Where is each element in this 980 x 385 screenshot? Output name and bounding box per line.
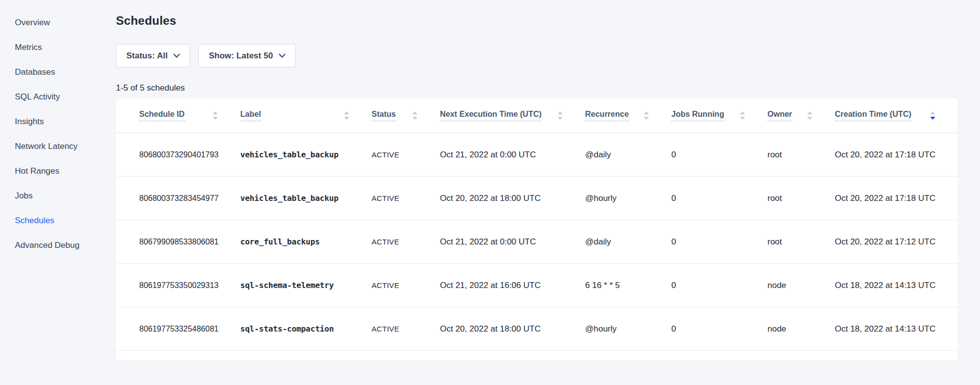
- label-cell: sql-stats-compaction: [240, 324, 372, 334]
- schedule-id-cell: 806197753325486081: [116, 325, 240, 334]
- show-filter-dropdown[interactable]: Show: Latest 50: [198, 44, 295, 67]
- owner-cell: root: [767, 237, 835, 247]
- table-row: 806800373283454977vehicles_table_backupA…: [116, 177, 958, 220]
- table-header-row: Schedule IDLabelStatusNext Execution Tim…: [116, 98, 958, 133]
- schedule-id-cell: 806800373290401793: [116, 150, 240, 159]
- next-execution-cell: Oct 20, 2022 at 18:00 UTC: [440, 193, 585, 203]
- sort-icon: [740, 111, 745, 120]
- table-body: 806800373290401793vehicles_table_backupA…: [116, 133, 958, 351]
- jobs-running-cell: 0: [671, 324, 767, 334]
- sidebar-item-metrics[interactable]: Metrics: [0, 35, 116, 60]
- column-header-label: Schedule ID: [139, 110, 185, 121]
- jobs-running-cell: 0: [671, 237, 767, 247]
- recurrence-cell: @daily: [585, 150, 671, 160]
- sort-icon: [344, 111, 349, 120]
- creation-time-cell: Oct 20, 2022 at 17:18 UTC: [835, 150, 958, 160]
- column-header-label: Jobs Running: [671, 110, 724, 121]
- status-cell: ACTIVE: [372, 238, 440, 246]
- status-filter-label: Status: All: [126, 51, 167, 61]
- results-count: 1-5 of 5 schedules: [116, 83, 958, 93]
- chevron-down-icon: [279, 53, 285, 58]
- sort-icon: [807, 111, 813, 120]
- schedule-id-cell: 806800373283454977: [116, 194, 240, 203]
- table-row: 806197753350029313sql-schema-telemetryAC…: [116, 264, 958, 307]
- column-header-owner[interactable]: Owner: [767, 110, 835, 121]
- sort-icon: [412, 111, 418, 120]
- column-header-label: Owner: [767, 110, 792, 121]
- column-header-label: Label: [240, 110, 261, 121]
- creation-time-cell: Oct 20, 2022 at 17:18 UTC: [835, 193, 958, 203]
- label-cell: sql-schema-telemetry: [240, 281, 372, 290]
- filter-bar: Status: All Show: Latest 50: [116, 44, 958, 67]
- creation-time-cell: Oct 18, 2022 at 14:13 UTC: [835, 324, 958, 334]
- column-header-label: Creation Time (UTC): [835, 110, 911, 121]
- creation-time-cell: Oct 20, 2022 at 17:12 UTC: [835, 237, 958, 247]
- sidebar-item-sql-activity[interactable]: SQL Activity: [0, 85, 116, 109]
- status-filter-dropdown[interactable]: Status: All: [116, 44, 190, 67]
- column-header-label: Next Execution Time (UTC): [440, 110, 542, 121]
- label-cell: core_full_backups: [240, 237, 372, 246]
- column-header-label[interactable]: Label: [240, 110, 372, 121]
- jobs-running-cell: 0: [671, 281, 767, 290]
- column-header-creation-time-utc[interactable]: Creation Time (UTC): [835, 110, 958, 121]
- owner-cell: node: [767, 324, 835, 334]
- sidebar-item-insights[interactable]: Insights: [0, 109, 116, 134]
- recurrence-cell: @daily: [585, 237, 671, 247]
- sort-icon: [213, 111, 218, 120]
- sidebar-item-databases[interactable]: Databases: [0, 60, 116, 85]
- sidebar-item-network-latency[interactable]: Network Latency: [0, 134, 116, 159]
- column-header-label: Status: [372, 110, 396, 121]
- schedule-id-cell: 806197753350029313: [116, 281, 240, 290]
- page-title: Schedules: [116, 14, 958, 28]
- owner-cell: root: [767, 193, 835, 203]
- schedule-id-cell: 806799098533806081: [116, 238, 240, 246]
- status-cell: ACTIVE: [372, 194, 440, 202]
- sidebar-item-jobs[interactable]: Jobs: [0, 184, 116, 208]
- status-cell: ACTIVE: [372, 281, 440, 289]
- recurrence-cell: @hourly: [585, 193, 671, 203]
- column-header-recurrence[interactable]: Recurrence: [585, 110, 671, 121]
- jobs-running-cell: 0: [671, 193, 767, 203]
- owner-cell: root: [767, 150, 835, 160]
- sidebar-item-overview[interactable]: Overview: [0, 10, 116, 35]
- label-cell: vehicles_table_backup: [240, 193, 372, 203]
- table-row: 806800373290401793vehicles_table_backupA…: [116, 133, 958, 177]
- column-header-status[interactable]: Status: [372, 110, 440, 121]
- sort-icon: [644, 111, 649, 120]
- sort-icon: [930, 111, 935, 120]
- jobs-running-cell: 0: [671, 150, 767, 160]
- show-filter-label: Show: Latest 50: [209, 51, 272, 61]
- table-row: 806799098533806081core_full_backupsACTIV…: [116, 220, 958, 264]
- sidebar-item-schedules[interactable]: Schedules: [0, 208, 116, 233]
- sidebar: OverviewMetricsDatabasesSQL ActivityInsi…: [0, 0, 116, 258]
- next-execution-cell: Oct 20, 2022 at 18:00 UTC: [440, 324, 585, 334]
- schedules-page: Schedules Status: All Show: Latest 50 1-…: [116, 0, 958, 361]
- column-header-label: Recurrence: [585, 110, 629, 121]
- sidebar-item-advanced-debug[interactable]: Advanced Debug: [0, 233, 116, 258]
- sort-icon: [557, 111, 563, 120]
- chevron-down-icon: [173, 53, 180, 58]
- recurrence-cell: 6 16 * * 5: [585, 281, 671, 290]
- status-cell: ACTIVE: [372, 150, 440, 159]
- status-cell: ACTIVE: [372, 325, 440, 333]
- creation-time-cell: Oct 18, 2022 at 14:13 UTC: [835, 281, 958, 290]
- owner-cell: node: [767, 281, 835, 290]
- column-header-jobs-running[interactable]: Jobs Running: [671, 110, 767, 121]
- sidebar-item-hot-ranges[interactable]: Hot Ranges: [0, 159, 116, 184]
- label-cell: vehicles_table_backup: [240, 150, 372, 159]
- table-row: 806197753325486081sql-stats-compactionAC…: [116, 307, 958, 351]
- next-execution-cell: Oct 21, 2022 at 0:00 UTC: [440, 150, 585, 160]
- next-execution-cell: Oct 21, 2022 at 0:00 UTC: [440, 237, 585, 247]
- recurrence-cell: @hourly: [585, 324, 671, 334]
- next-execution-cell: Oct 21, 2022 at 16:06 UTC: [440, 281, 585, 290]
- schedules-table-card: Schedule IDLabelStatusNext Execution Tim…: [116, 98, 958, 361]
- column-header-next-execution-time-utc[interactable]: Next Execution Time (UTC): [440, 110, 585, 121]
- column-header-schedule-id[interactable]: Schedule ID: [116, 110, 240, 121]
